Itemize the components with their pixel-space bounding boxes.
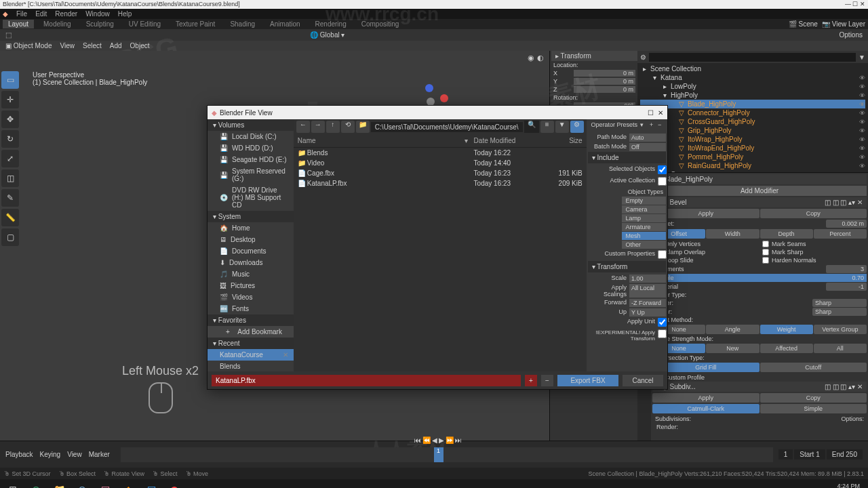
file-row[interactable]: 📄Cage.fbxToday 16:23191 KiB	[298, 168, 583, 178]
menu-help[interactable]: Help	[118, 10, 132, 18]
explorer-icon[interactable]: 📁	[49, 480, 69, 488]
objtype-armature[interactable]: Armature	[622, 223, 666, 231]
rotate-tool-icon[interactable]: ↻	[1, 130, 19, 148]
move-tool-icon[interactable]: ✥	[1, 110, 19, 128]
objtype-lamp[interactable]: Lamp	[622, 214, 666, 222]
blender-icon[interactable]: ◆	[118, 480, 138, 488]
apply-unit-chk[interactable]	[658, 318, 667, 327]
tree-obj[interactable]: ▽CrossGuard_HighPoly👁	[640, 117, 865, 126]
nav-newfolder-icon[interactable]: 📁	[356, 121, 370, 133]
addcube-tool-icon[interactable]: ▢	[1, 228, 19, 246]
col-name[interactable]: Name	[298, 137, 465, 144]
menu-window[interactable]: Window	[85, 10, 110, 18]
app-icon[interactable]: ▣	[95, 480, 115, 488]
preset-add-icon[interactable]: +	[650, 121, 658, 128]
inner-select[interactable]: Sharp	[812, 308, 867, 316]
tree-obj[interactable]: ▽Connector_HighPoly👁	[640, 108, 865, 117]
active-collection-chk[interactable]	[658, 177, 667, 186]
transform-tool-icon[interactable]: ◫	[1, 169, 19, 187]
system-item[interactable]: 📄 Documents	[208, 245, 294, 257]
limit-vgroup[interactable]: Vertex Group	[814, 325, 867, 334]
tl-menu-keying[interactable]: Keying	[40, 451, 61, 458]
cursor-tool-icon[interactable]: ✛	[1, 91, 19, 108]
editor-type-icon[interactable]: ⬚	[5, 31, 12, 39]
file-row[interactable]: 📁BlendsToday 16:22	[298, 148, 583, 158]
play-next-key-icon[interactable]: ⏩	[446, 436, 454, 444]
window-controls[interactable]: — ☐ ✕	[845, 1, 865, 8]
limit-weight[interactable]: Weight	[760, 325, 813, 334]
system-item[interactable]: ⬇ Downloads	[208, 257, 294, 268]
system-item[interactable]: 🖥 Desktop	[208, 234, 294, 245]
path-mode-select[interactable]: Auto	[629, 134, 666, 142]
face-all[interactable]: All	[814, 344, 867, 353]
tree-root[interactable]: ▸Scene Collection	[640, 64, 865, 73]
system-item[interactable]: 🎵 Music	[208, 268, 294, 280]
tab-animation[interactable]: Animation	[264, 20, 305, 28]
loc-y-field[interactable]: 0 m	[574, 78, 635, 85]
tab-layout[interactable]: Layout	[3, 20, 34, 28]
limit-angle[interactable]: Angle	[706, 325, 759, 334]
start-button[interactable]: ⊞	[3, 480, 23, 488]
increment-icon[interactable]: +	[525, 375, 537, 386]
col-date[interactable]: Date Modified	[474, 137, 542, 144]
filename-field[interactable]: KatanaLP.fbx	[212, 375, 521, 386]
viewlayer-selector[interactable]: 📷 View Layer	[822, 20, 865, 28]
outer-select[interactable]: Sharp	[812, 299, 867, 307]
outliner-search[interactable]	[649, 53, 856, 62]
close-icon[interactable]: ✕	[658, 109, 663, 117]
remove-recent-icon[interactable]: ✕	[283, 351, 288, 359]
settings-icon[interactable]: ⚙	[570, 121, 584, 133]
inter-cutoff[interactable]: Cutoff	[760, 363, 867, 372]
app3-icon[interactable]: ◓	[164, 480, 184, 488]
tab-shading[interactable]: Shading	[224, 20, 260, 28]
depth-tab[interactable]: Depth	[760, 229, 813, 239]
inter-gridfill[interactable]: Grid Fill	[652, 363, 760, 372]
export-button[interactable]: Export FBX	[557, 375, 618, 386]
play-jump-end-icon[interactable]: ⏭	[455, 436, 462, 444]
nav-forward-icon[interactable]: →	[311, 121, 325, 133]
tree-obj[interactable]: ▽RainGuard_HighPoly👁	[640, 161, 865, 170]
filter-icon[interactable]: ▼	[555, 121, 569, 133]
volume-item[interactable]: 💾 System Reserved (G:)	[208, 165, 294, 184]
menu-select[interactable]: Select	[83, 42, 102, 49]
tl-menu-view[interactable]: View	[67, 451, 82, 458]
scene-selector[interactable]: 🎬 Scene	[789, 20, 818, 28]
apply-button[interactable]: Apply	[652, 209, 760, 218]
outliner-filter-icon[interactable]: ⚙	[640, 54, 646, 61]
segments-field[interactable]: 3	[826, 265, 867, 273]
steam-icon[interactable]: ◎	[72, 480, 92, 488]
tree-obj[interactable]: ▽Grip_HighPoly👁	[640, 126, 865, 135]
tl-menu-playback[interactable]: Playback	[5, 451, 33, 458]
overlay-toggle-icon[interactable]: ◉	[528, 54, 534, 62]
options-dropdown[interactable]: Options	[840, 31, 863, 39]
objtype-mesh[interactable]: Mesh	[622, 232, 666, 240]
system-clock[interactable]: 4:24 PM8/4/2020	[836, 483, 865, 488]
face-affected[interactable]: Affected	[760, 344, 813, 353]
favorites-header[interactable]: ▾ Favorites	[208, 314, 294, 326]
objtype-empty[interactable]: Empty	[622, 197, 666, 205]
volumes-header[interactable]: ▾ Volumes	[208, 119, 294, 131]
system-header[interactable]: ▾ System	[208, 211, 294, 222]
transform-header[interactable]: ▾ Transform	[588, 261, 666, 272]
system-item[interactable]: 🎬 Videos	[208, 291, 294, 303]
maximize-icon[interactable]: ☐	[648, 109, 654, 117]
volume-item[interactable]: 💾 WD HDD (D:)	[208, 142, 294, 154]
tl-menu-marker[interactable]: Marker	[89, 451, 110, 458]
material-field[interactable]: -1	[826, 283, 867, 291]
menu-render[interactable]: Render	[55, 10, 77, 18]
objtype-other[interactable]: Other	[622, 241, 666, 249]
volume-item[interactable]: 💿 DVD RW Drive (H:) MB Support CD	[208, 184, 294, 211]
orient-select[interactable]: 🌐 Global ▾	[310, 31, 344, 39]
transform-header[interactable]: ▸ Transform	[551, 51, 637, 61]
menu-add[interactable]: Add	[110, 42, 122, 49]
display-mode-icon[interactable]: ≡	[540, 121, 554, 133]
apply2-button[interactable]: Apply	[652, 393, 760, 403]
timeline-track[interactable]: ⏮ ⏪ ◀ ▶ ⏩ ⏭ 1	[121, 447, 773, 462]
harden-chk[interactable]	[762, 257, 769, 264]
scale-tool-icon[interactable]: ⤢	[1, 150, 19, 167]
cancel-button[interactable]: Cancel	[623, 375, 663, 386]
tree-obj[interactable]: ▽ItoWrap_HighPoly👁	[640, 135, 865, 144]
tree-lowpoly[interactable]: ▸LowPoly👁	[640, 82, 865, 91]
up-select[interactable]: Y Up	[629, 308, 666, 317]
preset-dropdown-icon[interactable]: ▾	[640, 121, 650, 128]
